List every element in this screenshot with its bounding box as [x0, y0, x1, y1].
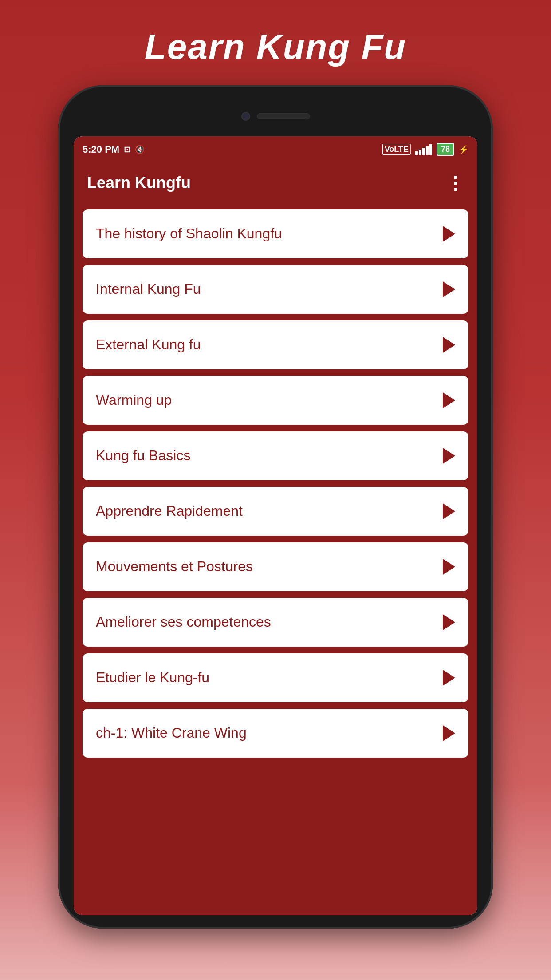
list-item[interactable]: Ameliorer ses competences	[83, 598, 468, 647]
screenshot-icon: ⊡	[124, 145, 130, 154]
phone-speaker	[257, 113, 310, 119]
list-item-label: Internal Kung Fu	[96, 281, 201, 297]
arrow-icon	[443, 503, 455, 519]
arrow-icon	[443, 337, 455, 353]
list-item-label: Mouvements et Postures	[96, 558, 253, 575]
front-camera	[241, 112, 250, 121]
arrow-icon	[443, 448, 455, 464]
arrow-icon	[443, 614, 455, 630]
app-bar: Learn Kungfu ⋮	[74, 163, 477, 203]
status-time: 5:20 PM	[83, 144, 119, 155]
phone-frame: 5:20 PM ⊡ 🔇 VoLTE 78 ⚡ Learn Kungfu ⋮	[58, 85, 493, 929]
list-item[interactable]: Kung fu Basics	[83, 431, 468, 480]
lte-indicator: VoLTE	[382, 144, 411, 155]
status-left: 5:20 PM ⊡ 🔇	[83, 144, 145, 155]
arrow-icon	[443, 559, 455, 575]
list-item-label: ch-1: White Crane Wing	[96, 725, 247, 741]
list-item[interactable]: Internal Kung Fu	[83, 265, 468, 314]
arrow-icon	[443, 226, 455, 242]
arrow-icon	[443, 670, 455, 686]
arrow-icon	[443, 725, 455, 741]
status-right: VoLTE 78 ⚡	[382, 143, 468, 156]
mute-icon: 🔇	[135, 145, 145, 154]
list-item-label: The history of Shaolin Kungfu	[96, 225, 282, 242]
charging-icon: ⚡	[459, 145, 468, 154]
app-bar-title: Learn Kungfu	[87, 174, 191, 192]
list-item-label: Apprendre Rapidement	[96, 503, 243, 519]
list-item-label: Warming up	[96, 392, 172, 408]
battery-indicator: 78	[437, 143, 454, 156]
phone-screen: 5:20 PM ⊡ 🔇 VoLTE 78 ⚡ Learn Kungfu ⋮	[74, 136, 477, 915]
arrow-icon	[443, 392, 455, 408]
signal-bars	[415, 144, 432, 155]
list-item[interactable]: Warming up	[83, 376, 468, 425]
list-item[interactable]: External Kung fu	[83, 320, 468, 369]
list-item[interactable]: ch-1: White Crane Wing	[83, 709, 468, 758]
list-item[interactable]: Mouvements et Postures	[83, 542, 468, 591]
list-item-label: Kung fu Basics	[96, 447, 190, 464]
list-item-label: Etudier le Kung-fu	[96, 669, 209, 686]
page-title: Learn Kung Fu	[145, 27, 406, 67]
list-item[interactable]: Etudier le Kung-fu	[83, 653, 468, 702]
list-item-label: External Kung fu	[96, 336, 201, 353]
content-list: The history of Shaolin KungfuInternal Ku…	[74, 203, 477, 915]
overflow-menu-button[interactable]: ⋮	[446, 174, 464, 192]
list-item[interactable]: The history of Shaolin Kungfu	[83, 209, 468, 258]
list-item[interactable]: Apprendre Rapidement	[83, 487, 468, 536]
status-bar: 5:20 PM ⊡ 🔇 VoLTE 78 ⚡	[74, 136, 477, 163]
phone-top-area	[71, 99, 480, 134]
list-item-label: Ameliorer ses competences	[96, 614, 271, 630]
arrow-icon	[443, 281, 455, 297]
